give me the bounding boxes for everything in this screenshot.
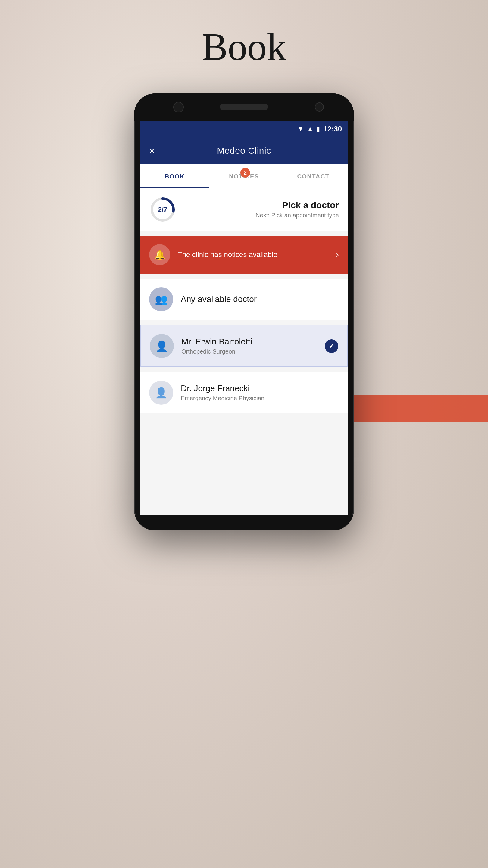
tab-book-label: BOOK [165,173,185,180]
status-icons: ▼ ▲ ▮ [297,125,320,133]
phone-top-bar [134,93,354,121]
group-icon: 👥 [155,293,167,305]
doctor-name-bartoletti: Mr. Erwin Bartoletti [181,337,317,347]
doctor-name-any: Any available doctor [181,294,339,304]
progress-title: Pick a doctor [184,200,339,210]
signal-icon: ▲ [307,125,314,133]
doctor-info-bartoletti: Mr. Erwin Bartoletti Orthopedic Surgeon [181,337,317,355]
notice-icon-wrap: 🔔 [149,244,170,265]
doctor-avatar-any: 👥 [149,287,173,311]
doctor-name-franecki: Dr. Jorge Franecki [181,384,339,393]
tab-notices[interactable]: NOTICES 2 [209,164,279,188]
page-title: Book [201,24,287,69]
notice-text: The clinic has notices available [178,250,329,259]
check-icon-bartoletti: ✓ [325,339,338,353]
person-icon-franecki: 👤 [155,387,167,399]
person-icon-bartoletti: 👤 [156,340,168,352]
camera-right [315,102,324,112]
doctor-avatar-franecki: 👤 [149,381,173,405]
doctor-avatar-bartoletti: 👤 [150,334,174,358]
divider-2 [140,276,348,276]
doctor-item-bartoletti[interactable]: 👤 Mr. Erwin Bartoletti Orthopedic Surgeo… [140,325,348,367]
doctor-info-any: Any available doctor [181,294,339,304]
status-bar: ▼ ▲ ▮ 12:30 [140,121,348,137]
battery-icon: ▮ [317,125,320,133]
app-header: × Medeo Clinic [140,137,348,164]
phone-bottom [134,516,354,530]
notices-badge: 2 [240,168,250,178]
phone-speaker [220,104,268,110]
notice-arrow-icon: › [336,250,339,259]
progress-subtitle: Next: Pick an appointment type [184,212,339,219]
phone-screen: ▼ ▲ ▮ 12:30 × Medeo Clinic BOOK NOTICES … [140,121,348,516]
progress-section: 2/7 Pick a doctor Next: Pick an appointm… [140,188,348,230]
status-time: 12:30 [324,125,342,133]
progress-text: 2/7 [158,206,167,213]
phone-frame: ▼ ▲ ▮ 12:30 × Medeo Clinic BOOK NOTICES … [134,93,354,530]
checkmark-bartoletti: ✓ [329,342,334,350]
progress-circle: 2/7 [149,196,176,223]
doctor-item-franecki[interactable]: 👤 Dr. Jorge Franecki Emergency Medicine … [140,372,348,413]
divider-3 [140,322,348,322]
doctor-specialty-franecki: Emergency Medicine Physician [181,395,339,402]
doctor-info-franecki: Dr. Jorge Franecki Emergency Medicine Ph… [181,384,339,402]
close-button[interactable]: × [149,145,155,156]
notice-banner[interactable]: 🔔 The clinic has notices available › [140,236,348,274]
bell-icon: 🔔 [154,250,165,260]
tab-contact[interactable]: CONTACT [279,164,348,188]
tab-bar: BOOK NOTICES 2 CONTACT [140,164,348,188]
tab-contact-label: CONTACT [297,173,330,180]
tab-book[interactable]: BOOK [140,164,209,188]
doctor-item-any[interactable]: 👥 Any available doctor [140,279,348,320]
camera-left [173,102,184,113]
divider-1 [140,233,348,233]
doctor-specialty-bartoletti: Orthopedic Surgeon [181,348,317,355]
wifi-icon: ▼ [297,125,304,133]
progress-info: Pick a doctor Next: Pick an appointment … [184,200,339,219]
header-title: Medeo Clinic [217,146,271,156]
screen-content: 2/7 Pick a doctor Next: Pick an appointm… [140,188,348,516]
